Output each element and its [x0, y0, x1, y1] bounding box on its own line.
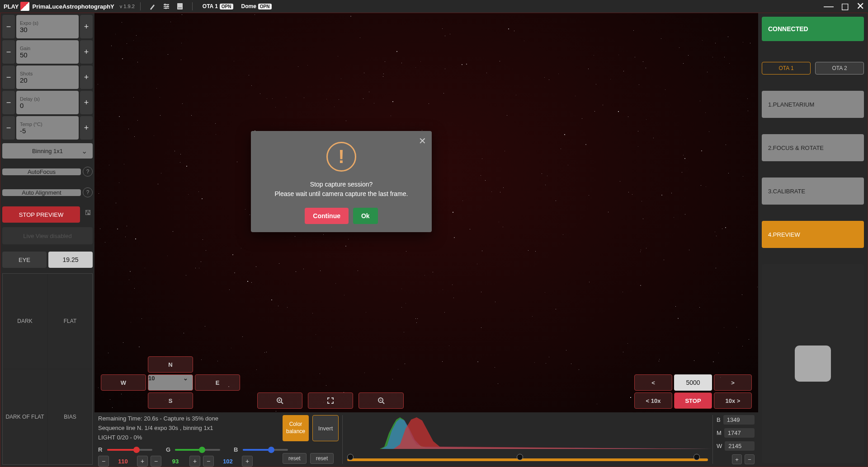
focus-position-value[interactable]: 5000 [674, 374, 712, 391]
gain-decrement-button[interactable]: − [2, 40, 15, 64]
ota2-tab[interactable]: OTA 2 [815, 62, 864, 75]
autofocus-help-icon[interactable]: ? [83, 167, 93, 177]
nav-calibrate-button[interactable]: 3.CALIBRATE [762, 177, 864, 205]
shots-increment-button[interactable]: + [80, 65, 93, 89]
delay-row: − Delay (s) 0 + [2, 91, 93, 114]
save-icon[interactable]: 🖫 [83, 207, 93, 217]
cal-dark-button[interactable]: DARK [3, 274, 47, 369]
warning-icon: ! [326, 142, 356, 172]
color-balance-button[interactable]: Color balance [283, 415, 309, 441]
reset-rgb-button[interactable]: reset [283, 453, 307, 464]
svg-rect-3 [177, 3, 183, 9]
sliders-icon[interactable] [162, 2, 170, 10]
zoom-out-button[interactable] [359, 392, 404, 409]
histogram[interactable] [342, 415, 713, 464]
svg-rect-4 [178, 8, 182, 8]
direction-pad: N W 10 E S [101, 356, 240, 409]
temp-field[interactable]: Temp (°C) -5 [16, 116, 79, 140]
b-value: 102 [217, 458, 239, 465]
invert-button[interactable]: Invert [312, 415, 339, 441]
maximize-icon[interactable]: ◻ [841, 1, 849, 11]
shots-field[interactable]: Shots 20 [16, 65, 79, 89]
stretch-range-slider[interactable] [347, 458, 708, 461]
slew-speed-select[interactable]: 10 [148, 374, 193, 391]
ok-button[interactable]: Ok [353, 208, 378, 224]
exposure-decrement-button[interactable]: − [2, 15, 15, 38]
app-name-play: PLAY [4, 3, 19, 10]
shots-row: − Shots 20 + [2, 65, 93, 89]
reset-invert-button[interactable]: reset [310, 453, 334, 464]
telescope-icon[interactable] [149, 2, 157, 10]
gain-row: − Gain 50 + [2, 40, 93, 64]
svg-point-2 [165, 7, 167, 9]
g-dec-button[interactable]: − [151, 456, 161, 467]
eye-value[interactable]: 19.25 [48, 252, 93, 268]
continue-button[interactable]: Continue [305, 208, 349, 224]
status-bar: Remaining Time: 20.6s - Capture is 35% d… [94, 412, 758, 467]
center-area: N W 10 E S < 5000 > < 10x STOP 10x > [94, 13, 758, 467]
r-dec-button[interactable]: − [98, 456, 109, 467]
binning-select[interactable]: Binning 1x1 [2, 143, 93, 159]
dialog-message-1: Stop capture session? [259, 180, 424, 189]
app-logo-icon [20, 2, 29, 11]
delay-field[interactable]: Delay (s) 0 [16, 91, 79, 114]
shots-decrement-button[interactable]: − [2, 65, 15, 89]
slew-north-button[interactable]: N [148, 356, 193, 373]
focus-stop-button[interactable]: STOP [674, 392, 712, 409]
delay-increment-button[interactable]: + [80, 91, 93, 114]
nav-planetarium-button[interactable]: 1.PLANETARIUM [762, 91, 864, 118]
book-icon[interactable] [176, 2, 184, 10]
white-point-value[interactable]: 2145 [725, 441, 755, 451]
exposure-field[interactable]: Expo (s) 30 [16, 15, 79, 38]
stop-preview-button[interactable]: STOP PREVIEW [2, 206, 80, 223]
mini-preview[interactable] [762, 264, 864, 463]
dialog-close-icon[interactable]: ✕ [419, 135, 426, 146]
cal-darkflat-button[interactable]: DARK OF FLAT [3, 369, 47, 464]
temp-increment-button[interactable]: + [80, 116, 93, 140]
close-window-icon[interactable]: ✕ [856, 1, 864, 11]
autoalign-help-icon[interactable]: ? [83, 187, 93, 197]
blue-slider[interactable]: B [234, 446, 288, 453]
cal-flat-button[interactable]: FLAT [48, 274, 92, 369]
slew-west-button[interactable]: W [101, 374, 146, 391]
temp-decrement-button[interactable]: − [2, 116, 15, 140]
focus-pad: < 5000 > < 10x STOP 10x > [634, 374, 752, 409]
ota1-tab[interactable]: OTA 1 [762, 62, 811, 75]
gain-increment-button[interactable]: + [80, 40, 93, 64]
stretch-inc-button[interactable]: + [732, 454, 742, 464]
r-inc-button[interactable]: + [137, 456, 148, 467]
nav-preview-button[interactable]: 4.PREVIEW [762, 221, 864, 248]
slew-south-button[interactable]: S [148, 392, 193, 409]
focus-in-10x-button[interactable]: < 10x [634, 392, 672, 409]
nav-focus-rotate-button[interactable]: 2.FOCUS & ROTATE [762, 134, 864, 161]
focus-out-button[interactable]: > [714, 374, 752, 391]
calibration-grid: DARK FLAT DARK OF FLAT BIAS [2, 273, 93, 465]
dialog-message-2: Please wait until camera capture the las… [259, 189, 424, 199]
stretch-dec-button[interactable]: − [745, 454, 755, 464]
gain-field[interactable]: Gain 50 [16, 40, 79, 64]
focus-in-button[interactable]: < [634, 374, 672, 391]
slew-east-button[interactable]: E [195, 374, 240, 391]
viewport-indicator[interactable] [795, 346, 831, 382]
focus-out-10x-button[interactable]: 10x > [714, 392, 752, 409]
autofocus-button[interactable]: AutoFocus [2, 168, 81, 175]
black-point-value[interactable]: 1349 [723, 415, 755, 425]
stretch-values: B1349 M1747 W2145 +− [717, 415, 755, 464]
g-inc-button[interactable]: + [189, 456, 200, 467]
app-name-brand: PrimaLuceAstrophotographY [32, 3, 114, 10]
mid-point-value[interactable]: 1747 [724, 428, 755, 438]
connection-status-button[interactable]: CONNECTED [762, 17, 864, 41]
autoalign-button[interactable]: Auto Alignment [2, 189, 81, 196]
b-dec-button[interactable]: − [203, 456, 214, 467]
minimize-icon[interactable]: — [824, 1, 834, 11]
green-slider[interactable]: G [166, 446, 220, 453]
dome-status-badge: OPN [258, 4, 272, 9]
delay-decrement-button[interactable]: − [2, 91, 15, 114]
zoom-in-button[interactable] [257, 392, 302, 409]
cal-bias-button[interactable]: BIAS [48, 369, 92, 464]
red-slider[interactable]: R [98, 446, 152, 453]
zoom-fit-button[interactable] [308, 392, 353, 409]
exposure-increment-button[interactable]: + [80, 15, 93, 38]
status-light: LIGHT 0/20 - 0% [98, 434, 279, 441]
b-inc-button[interactable]: + [242, 456, 253, 467]
